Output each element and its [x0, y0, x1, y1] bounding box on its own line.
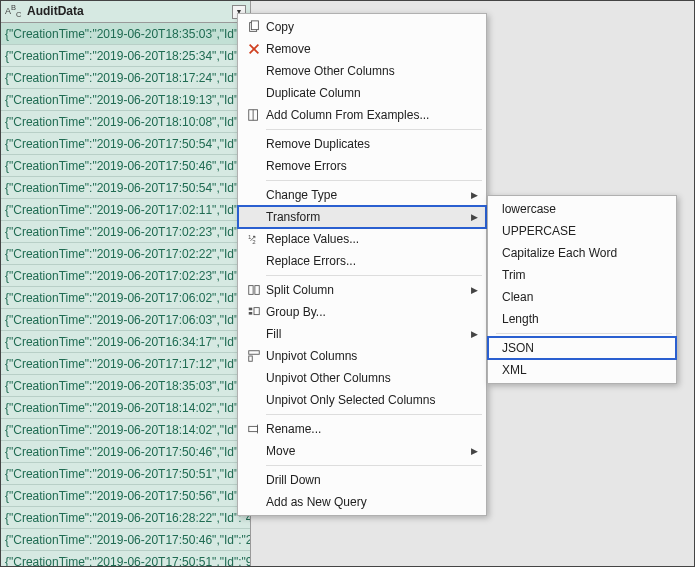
- menu-remove-errors[interactable]: Remove Errors: [238, 155, 486, 177]
- menu-duplicate-column[interactable]: Duplicate Column: [238, 82, 486, 104]
- menu-move[interactable]: Move▶: [238, 440, 486, 462]
- data-row[interactable]: {"CreationTime":"2019-06-20T18:25:34","I…: [1, 45, 250, 67]
- column-context-menu: Copy Remove Remove Other Columns Duplica…: [237, 13, 487, 516]
- svg-rect-10: [249, 308, 253, 311]
- data-row[interactable]: {"CreationTime":"2019-06-20T17:50:54","I…: [1, 177, 250, 199]
- submenu-xml[interactable]: XML: [488, 359, 676, 381]
- add-column-icon: [242, 106, 266, 124]
- data-row[interactable]: {"CreationTime":"2019-06-20T17:50:56","I…: [1, 485, 250, 507]
- submenu-length[interactable]: Length: [488, 308, 676, 330]
- menu-remove[interactable]: Remove: [238, 38, 486, 60]
- text-type-icon: ABC: [5, 4, 23, 18]
- submenu-json[interactable]: JSON: [488, 337, 676, 359]
- group-by-icon: [242, 303, 266, 321]
- data-row[interactable]: {"CreationTime":"2019-06-20T17:06:03","I…: [1, 309, 250, 331]
- data-row[interactable]: {"CreationTime":"2019-06-20T18:35:03","I…: [1, 23, 250, 45]
- svg-text:2: 2: [252, 238, 256, 245]
- svg-text:1: 1: [248, 233, 252, 240]
- submenu-trim[interactable]: Trim: [488, 264, 676, 286]
- menu-copy[interactable]: Copy: [238, 16, 486, 38]
- split-column-icon: [242, 281, 266, 299]
- data-row[interactable]: {"CreationTime":"2019-06-20T18:14:02","I…: [1, 397, 250, 419]
- transform-submenu: lowercase UPPERCASE Capitalize Each Word…: [487, 195, 677, 384]
- data-row[interactable]: {"CreationTime":"2019-06-20T16:34:17","I…: [1, 331, 250, 353]
- submenu-lowercase[interactable]: lowercase: [488, 198, 676, 220]
- menu-unpivot-selected[interactable]: Unpivot Only Selected Columns: [238, 389, 486, 411]
- data-row[interactable]: {"CreationTime":"2019-06-20T18:14:02","I…: [1, 419, 250, 441]
- menu-unpivot-other[interactable]: Unpivot Other Columns: [238, 367, 486, 389]
- menu-split-column[interactable]: Split Column▶: [238, 279, 486, 301]
- remove-icon: [242, 40, 266, 58]
- data-row[interactable]: {"CreationTime":"2019-06-20T18:35:03","I…: [1, 375, 250, 397]
- data-row[interactable]: {"CreationTime":"2019-06-20T17:02:23","I…: [1, 221, 250, 243]
- data-row[interactable]: {"CreationTime":"2019-06-20T17:50:46","I…: [1, 441, 250, 463]
- data-row[interactable]: {"CreationTime":"2019-06-20T17:50:51","I…: [1, 463, 250, 485]
- svg-rect-13: [249, 351, 260, 355]
- submenu-uppercase[interactable]: UPPERCASE: [488, 220, 676, 242]
- data-row[interactable]: {"CreationTime":"2019-06-20T18:10:08","I…: [1, 111, 250, 133]
- submenu-arrow-icon: ▶: [465, 329, 478, 339]
- menu-unpivot-columns[interactable]: Unpivot Columns: [238, 345, 486, 367]
- menu-group-by[interactable]: Group By...: [238, 301, 486, 323]
- rename-icon: [242, 420, 266, 438]
- data-row[interactable]: {"CreationTime":"2019-06-20T17:50:54","I…: [1, 133, 250, 155]
- copy-icon: [242, 18, 266, 36]
- svg-rect-14: [249, 356, 253, 361]
- data-row[interactable]: {"CreationTime":"2019-06-20T17:50:51","I…: [1, 551, 250, 567]
- data-row[interactable]: {"CreationTime":"2019-06-20T17:50:46","I…: [1, 155, 250, 177]
- svg-rect-11: [249, 312, 253, 315]
- menu-drill-down[interactable]: Drill Down: [238, 469, 486, 491]
- menu-add-as-new-query[interactable]: Add as New Query: [238, 491, 486, 513]
- svg-rect-1: [251, 21, 258, 30]
- svg-rect-12: [254, 308, 259, 315]
- unpivot-icon: [242, 347, 266, 365]
- svg-rect-15: [249, 426, 258, 431]
- data-row[interactable]: {"CreationTime":"2019-06-20T18:19:13","I…: [1, 89, 250, 111]
- menu-replace-errors[interactable]: Replace Errors...: [238, 250, 486, 272]
- svg-rect-8: [249, 286, 253, 295]
- auditdata-column: ABC AuditData ▼ {"CreationTime":"2019-06…: [1, 1, 251, 566]
- data-row[interactable]: {"CreationTime":"2019-06-20T17:02:22","I…: [1, 243, 250, 265]
- data-row[interactable]: {"CreationTime":"2019-06-20T17:02:11","I…: [1, 199, 250, 221]
- data-row[interactable]: {"CreationTime":"2019-06-20T16:28:22","I…: [1, 507, 250, 529]
- column-rows: {"CreationTime":"2019-06-20T18:35:03","I…: [1, 23, 250, 567]
- menu-replace-values[interactable]: 12 Replace Values...: [238, 228, 486, 250]
- menu-add-column-examples[interactable]: Add Column From Examples...: [238, 104, 486, 126]
- menu-remove-other-columns[interactable]: Remove Other Columns: [238, 60, 486, 82]
- replace-values-icon: 12: [242, 230, 266, 248]
- submenu-arrow-icon: ▶: [465, 212, 478, 222]
- column-header[interactable]: ABC AuditData ▼: [1, 1, 250, 23]
- menu-transform[interactable]: Transform▶: [238, 206, 486, 228]
- menu-rename[interactable]: Rename...: [238, 418, 486, 440]
- menu-fill[interactable]: Fill▶: [238, 323, 486, 345]
- data-row[interactable]: {"CreationTime":"2019-06-20T17:17:12","I…: [1, 353, 250, 375]
- submenu-arrow-icon: ▶: [465, 285, 478, 295]
- column-title: AuditData: [27, 4, 84, 18]
- data-row[interactable]: {"CreationTime":"2019-06-20T17:02:23","I…: [1, 265, 250, 287]
- submenu-arrow-icon: ▶: [465, 190, 478, 200]
- submenu-capitalize[interactable]: Capitalize Each Word: [488, 242, 676, 264]
- svg-rect-9: [255, 286, 259, 295]
- submenu-arrow-icon: ▶: [465, 446, 478, 456]
- data-row[interactable]: {"CreationTime":"2019-06-20T18:17:24","I…: [1, 67, 250, 89]
- submenu-clean[interactable]: Clean: [488, 286, 676, 308]
- data-row[interactable]: {"CreationTime":"2019-06-20T17:50:46","I…: [1, 529, 250, 551]
- data-row[interactable]: {"CreationTime":"2019-06-20T17:06:02","I…: [1, 287, 250, 309]
- menu-change-type[interactable]: Change Type▶: [238, 184, 486, 206]
- menu-remove-duplicates[interactable]: Remove Duplicates: [238, 133, 486, 155]
